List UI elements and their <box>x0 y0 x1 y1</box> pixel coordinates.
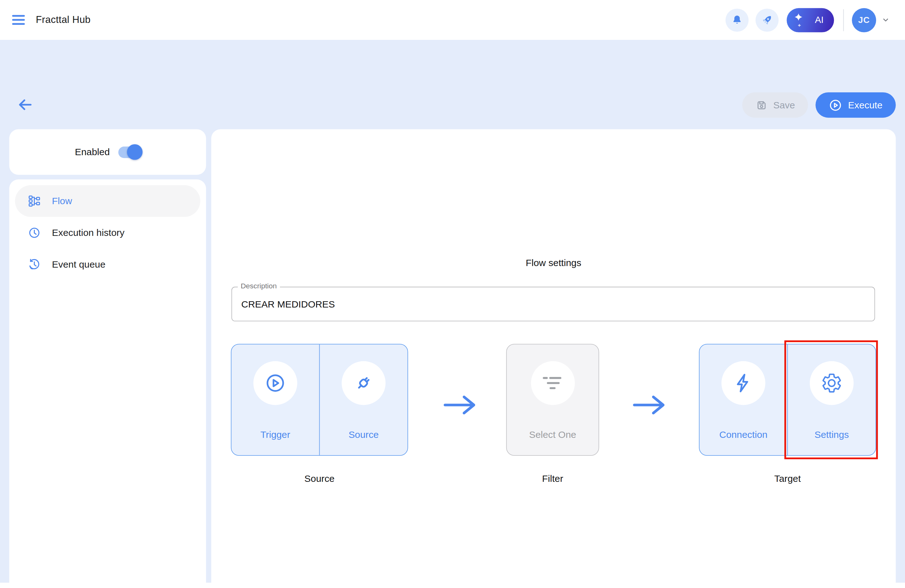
settings-step[interactable]: Settings <box>787 345 875 455</box>
source-step-card: Trigger Source <box>231 344 408 456</box>
back-button[interactable] <box>17 97 33 113</box>
sidebar-item-label: Flow <box>52 196 72 207</box>
sidebar: Enabled <box>9 129 206 588</box>
arrow-right-icon <box>633 394 666 416</box>
step-icon-circle <box>253 361 297 405</box>
plug-icon <box>352 372 375 394</box>
topbar-divider <box>843 9 844 31</box>
group-caption-filter: Filter <box>506 473 599 484</box>
step-label: Settings <box>788 430 875 441</box>
topbar-right: AI JC <box>726 8 890 32</box>
save-icon <box>756 99 768 111</box>
sparkle-icon-small <box>797 23 801 27</box>
sidebar-item-label: Execution history <box>52 227 124 238</box>
flow-diagram: Trigger Source <box>231 344 876 494</box>
sidebar-item-label: Event queue <box>52 259 105 270</box>
arrow-right-icon <box>443 394 477 416</box>
save-button-label: Save <box>773 100 795 111</box>
step-icon-circle <box>531 361 575 405</box>
menu-icon[interactable] <box>12 15 25 25</box>
app-root: Fracttal Hub <box>0 0 905 588</box>
step-icon-circle <box>341 361 386 405</box>
group-caption-source: Source <box>231 473 408 484</box>
save-button[interactable]: Save <box>742 92 808 118</box>
gear-icon <box>821 372 843 394</box>
connection-step[interactable]: Connection <box>700 345 787 455</box>
trigger-step[interactable]: Trigger <box>232 345 319 455</box>
play-circle-icon <box>829 98 842 111</box>
sidebar-item-event-queue[interactable]: Event queue <box>15 249 200 281</box>
group-caption-target: Target <box>699 473 876 484</box>
description-field-label: Description <box>238 282 279 290</box>
chevron-down-icon <box>881 16 890 24</box>
avatar[interactable]: JC <box>852 8 876 32</box>
play-circle-icon <box>264 372 286 394</box>
workspace-background: Save Execute Enabled <box>0 40 905 583</box>
step-icon-circle <box>810 361 854 405</box>
flow-settings-card: Flow settings Description Tr <box>211 129 895 588</box>
schema-icon <box>27 195 41 208</box>
whats-new-button[interactable] <box>756 8 778 32</box>
toolbar-actions: Save Execute <box>742 92 896 118</box>
target-step-card: Connection Settings <box>699 344 876 456</box>
step-label: Connection <box>700 430 787 441</box>
step-icon-circle <box>721 361 765 405</box>
step-label: Source <box>320 430 408 441</box>
execute-button[interactable]: Execute <box>816 92 896 118</box>
step-label: Select One <box>507 430 599 441</box>
filter-step-card: Select One <box>506 344 599 456</box>
enabled-label: Enabled <box>75 147 110 158</box>
source-step[interactable]: Source <box>319 345 408 455</box>
filter-icon <box>541 374 564 392</box>
history-icon <box>27 258 41 271</box>
description-input[interactable] <box>232 287 874 321</box>
filter-step[interactable]: Select One <box>507 345 599 455</box>
step-label: Trigger <box>232 430 319 441</box>
app-title: Fracttal Hub <box>36 14 90 26</box>
enabled-toggle[interactable] <box>119 146 140 158</box>
rocket-icon <box>760 13 774 27</box>
bell-icon <box>730 14 743 26</box>
sidebar-item-flow[interactable]: Flow <box>15 185 200 217</box>
arrow-left-icon <box>17 97 33 113</box>
enabled-card: Enabled <box>9 129 206 174</box>
notifications-button[interactable] <box>726 8 748 32</box>
clock-icon <box>27 226 41 239</box>
description-field: Description <box>232 287 875 321</box>
ai-button-label: AI <box>815 15 824 25</box>
sparkle-icon <box>795 13 802 21</box>
lightning-icon <box>732 372 754 394</box>
ai-assistant-button[interactable]: AI <box>786 8 834 32</box>
sidebar-item-execution-history[interactable]: Execution history <box>15 217 200 249</box>
sidebar-nav: Flow Execution history <box>9 179 206 588</box>
topbar: Fracttal Hub <box>0 0 905 40</box>
execute-button-label: Execute <box>848 100 883 111</box>
account-menu-button[interactable] <box>881 16 890 24</box>
page-title: Flow settings <box>211 257 895 268</box>
